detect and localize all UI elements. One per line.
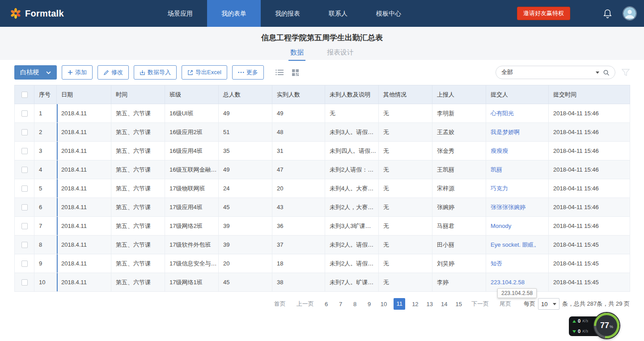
row-checkbox[interactable] [21,185,28,192]
row-checkbox[interactable] [21,167,28,173]
page-number[interactable]: 11 [394,298,405,310]
filter-funnel-icon[interactable] [622,69,630,76]
cell-date: 2018.4.11 [57,236,111,254]
nav-item[interactable]: 模板中心 [362,0,415,27]
per-page-select[interactable]: 10 [538,298,559,310]
import-icon [140,70,145,76]
row-checkbox[interactable] [21,261,28,267]
cell-date: 2018.4.11 [57,123,111,142]
cell-seq: 10 [34,273,57,292]
submitter-link[interactable]: 我是梦娇啊 [491,129,520,135]
cell-actual: 37 [272,236,325,254]
page-number[interactable]: 15 [456,301,462,307]
nav-item[interactable]: 我的表单 [207,0,261,27]
submitter-link[interactable]: 张张张张婉婷 [491,204,525,210]
search-select[interactable]: 全部 [496,66,615,79]
last-page-button[interactable]: 尾页 [500,300,511,308]
table-row: 72018.4.11第五、六节课17级网络2班3936未到3人3旷课…无马丽君M… [15,217,630,236]
cell-other: 无 [379,273,432,292]
page-number[interactable]: 8 [352,301,358,307]
page-number[interactable]: 12 [412,301,418,307]
row-checkbox[interactable] [21,204,28,210]
cell-class: 16级UI班 [165,104,219,123]
page-head: 信息工程学院第五周学生出勤汇总表 数据报表设计 [0,27,644,60]
cell-submitter: 我是梦娇啊 [486,123,549,142]
cell-other: 无 [379,160,432,179]
cell-submit_time: 2018-04-11 15:46 [549,160,630,179]
cell-total: 39 [219,236,272,254]
search-icon[interactable] [603,69,610,76]
cell-time: 第五、六节课 [111,142,165,160]
form-selector-dropdown[interactable]: 白桔梗 [14,65,57,80]
next-page-button[interactable]: 下一页 [471,300,489,308]
invite-friends-button[interactable]: 邀请好友赢特权 [517,7,570,20]
tab[interactable]: 数据 [288,46,305,61]
data-import-button[interactable]: 数据导入 [134,65,177,80]
cell-absent: 未到四人。请假… [325,142,379,160]
notification-bell-icon[interactable] [603,9,612,18]
cell-reporter: 宋梓源 [432,179,486,198]
cell-submitter: 凯丽 [486,160,549,179]
submitter-link[interactable]: 巧克力 [491,185,508,192]
brand-logo[interactable]: Formtalk [0,8,153,19]
column-header: 序号 [34,85,57,104]
cell-time: 第五、六节课 [111,273,165,292]
edit-button[interactable]: 修改 [97,65,129,80]
cell-class: 17级网络1班 [165,273,219,292]
row-checkbox[interactable] [21,223,28,229]
submitter-link[interactable]: 瘦瘦瘦 [491,147,508,154]
cell-actual: 49 [272,104,325,123]
cell-reporter: 李明新 [432,104,486,123]
page-number[interactable]: 7 [338,301,344,307]
submitter-link[interactable]: 心有阳光 [491,110,514,117]
row-check-cell [15,123,34,142]
submitter-link[interactable]: Eye socket. 眼眶。 [491,241,540,248]
select-all-checkbox[interactable] [21,92,28,98]
cell-time: 第五、六节课 [111,179,165,198]
row-checkbox[interactable] [21,279,28,286]
page-number[interactable]: 9 [366,301,373,307]
submitter-link[interactable]: 凯丽 [491,166,502,173]
row-checkbox[interactable] [21,129,28,135]
brand-name: Formtalk [25,8,64,19]
page-number[interactable]: 6 [323,301,330,307]
page-number[interactable]: 10 [381,301,387,307]
row-check-cell [15,179,34,198]
per-page-label: 每页 [524,300,535,308]
row-checkbox[interactable] [21,148,28,154]
column-header: 提交时间 [549,85,630,104]
download-unit: K/s [582,329,588,333]
page-numbers: 6789101112131415 [319,298,466,310]
cell-time: 第五、六节课 [111,160,165,179]
submitter-link[interactable]: 223.104.2.58 [491,279,525,286]
qr-code-icon[interactable] [292,69,299,76]
first-page-button[interactable]: 首页 [274,300,286,308]
cell-absent: 未到2人。请假… [325,236,379,254]
select-all-cell [15,85,34,104]
cell-actual: 48 [272,123,325,142]
cell-reporter: 刘昊婷 [432,254,486,273]
row-checkbox[interactable] [21,242,28,248]
tab[interactable]: 报表设计 [325,46,356,61]
page-title: 信息工程学院第五周学生出勤汇总表 [0,33,644,43]
export-excel-button[interactable]: 导出Excel [182,65,227,80]
prev-page-button[interactable]: 上一页 [297,300,314,308]
nav-item[interactable]: 场景应用 [153,0,207,27]
submitter-link[interactable]: Monody [491,223,511,229]
nav-item[interactable]: 我的报表 [261,0,314,27]
list-view-icon[interactable] [275,69,284,76]
memory-usage-gauge[interactable]: 77 % [594,313,619,338]
add-button[interactable]: 添加 [62,65,93,80]
more-button-label: 更多 [246,68,258,76]
cell-class: 17级网络2班 [165,217,219,236]
submitter-link[interactable]: 知否 [491,260,502,267]
row-checkbox[interactable] [21,110,28,117]
page-number[interactable]: 13 [427,301,433,307]
user-avatar[interactable] [623,6,637,21]
more-button[interactable]: 更多 [232,65,264,80]
page-number[interactable]: 14 [441,301,447,307]
nav-item[interactable]: 联系人 [314,0,362,27]
cell-submit_time: 2018-04-11 15:46 [549,123,630,142]
cell-total: 24 [219,179,272,198]
cell-submitter: 张张张张婉婷 [486,198,549,217]
